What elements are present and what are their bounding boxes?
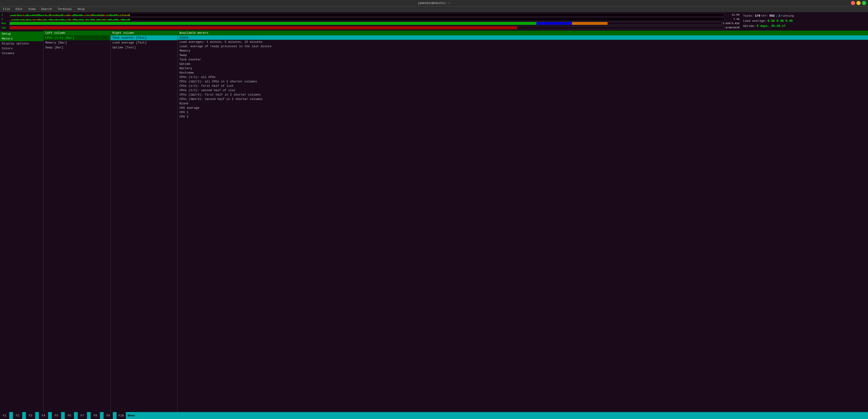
titlebar: jamesbin@ubuntu: ~ — [0, 0, 868, 6]
fkey-f9-num: F9 — [104, 412, 113, 419]
left-col-item-0[interactable]: CPUs (1/1) [Bar] — [43, 35, 110, 40]
fkey-f10-label: Done — [126, 414, 137, 417]
fkey-f7-num: F7 — [78, 412, 87, 419]
available-panel: Available meters Clock Load averages: 1 … — [178, 31, 868, 412]
avail-item-5[interactable]: Task counter — [178, 57, 868, 62]
nav-columns[interactable]: Columns — [0, 51, 43, 56]
bars-panel: 1 11.5% 2 7.4% Mem 2.82G/3.81G Swp — [0, 12, 741, 31]
avail-item-11[interactable]: CPUs (1/2): first half of list — [178, 84, 868, 88]
menu-help[interactable]: Help — [75, 6, 87, 12]
window-controls[interactable] — [851, 1, 866, 5]
menu-search[interactable]: Search — [38, 6, 55, 12]
setup-area: Setup Meters Display options Colors Colu… — [0, 31, 868, 412]
fkey-f1[interactable]: F1 — [0, 412, 13, 419]
fkey-f5-num: F5 — [52, 412, 61, 419]
menu-file[interactable]: File — [0, 6, 13, 12]
avail-item-17[interactable]: CPU 1 — [178, 110, 868, 115]
left-nav: Setup Meters Display options Colors Colu… — [0, 31, 43, 412]
cpu2-label: 2 — [1, 18, 9, 21]
stats-right: Tasks: 170 thr: 592 ; 2 running Load ave… — [741, 12, 868, 31]
fkey-f3[interactable]: F3 — [26, 412, 39, 419]
fkey-f9[interactable]: F9 — [104, 412, 117, 419]
stats-area: 1 11.5% 2 7.4% Mem 2.82G/3.81G Swp — [0, 12, 868, 31]
fkey-f2-num: F2 — [13, 412, 22, 419]
menu-view[interactable]: View — [26, 6, 38, 12]
avail-item-3[interactable]: Memory — [178, 49, 868, 53]
load-values: 0.38 0.48 0.45 — [767, 19, 793, 24]
left-col-item-1[interactable]: Memory [Bar] — [43, 40, 110, 45]
minimize-button[interactable] — [857, 1, 861, 5]
fkey-f8-num: F8 — [91, 412, 100, 419]
setup-header: Setup — [0, 31, 43, 36]
swap-label: Swp — [1, 26, 9, 29]
swap-bar-row: Swp 672M/947M — [1, 26, 739, 30]
avail-item-6[interactable]: Uptime — [178, 62, 868, 66]
fkey-f8[interactable]: F8 — [91, 412, 104, 419]
avail-item-14[interactable]: CPUs (3&4/4): second half in 2 shorter c… — [178, 97, 868, 101]
uptime-value: 5 days, 20:29:17 — [757, 24, 786, 29]
fkey-f4-num: F4 — [39, 412, 48, 419]
load-label: Load average: — [743, 19, 767, 24]
tasks-label: Tasks: — [743, 13, 754, 19]
fkey-f6[interactable]: F6 — [65, 412, 78, 419]
avail-item-12[interactable]: CPUs (2/2): second half of list — [178, 88, 868, 93]
avail-item-16[interactable]: CPU average — [178, 106, 868, 110]
cpu1-pct: 11.5% — [725, 13, 739, 16]
avail-item-13[interactable]: CPUs (1&2/4): first half in 2 shorter co… — [178, 93, 868, 97]
avail-item-8[interactable]: Hostname — [178, 70, 868, 75]
swap-bar — [9, 26, 725, 29]
cpu1-bar-row: 1 11.5% — [1, 13, 739, 17]
titlebar-title: jamesbin@ubuntu: ~ — [418, 1, 450, 5]
avail-item-2[interactable]: Load: average of ready processes in the … — [178, 44, 868, 49]
close-button[interactable] — [851, 1, 855, 5]
fkey-f4[interactable]: F4 — [39, 412, 52, 419]
menu-terminal[interactable]: Terminal — [55, 6, 74, 12]
fkey-f6-num: F6 — [65, 412, 74, 419]
nav-meters[interactable]: Meters — [0, 36, 43, 41]
mem-value: 2.82G/3.81G — [722, 22, 739, 25]
fkey-f7[interactable]: F7 — [78, 412, 91, 419]
uptime-line: Uptime: 5 days, 20:29:17 — [743, 24, 866, 29]
left-column-header: Left column — [43, 31, 110, 35]
fkey-f10[interactable]: F10 Done — [117, 412, 137, 419]
right-col-item-0[interactable]: Task counter [Text] — [111, 35, 177, 40]
nav-colors[interactable]: Colors — [0, 46, 43, 51]
avail-item-4[interactable]: Swap — [178, 53, 868, 57]
tasks-thr-label: thr: — [761, 13, 768, 19]
cpu1-label: 1 — [1, 13, 9, 16]
avail-item-0[interactable]: Clock — [178, 35, 868, 40]
swap-value: 672M/947M — [726, 26, 739, 29]
available-header: Available meters — [178, 31, 868, 35]
avail-item-1[interactable]: Load averages: 1 minute, 5 minutes, 15 m… — [178, 40, 868, 44]
uptime-label: Uptime: — [743, 24, 756, 29]
right-column-panel: Right column Task counter [Text] Load av… — [111, 31, 178, 412]
right-col-item-1[interactable]: Load average [Text] — [111, 40, 177, 45]
right-column-header: Right column — [111, 31, 177, 35]
left-col-item-2[interactable]: Swap [Bar] — [43, 45, 110, 50]
avail-item-9[interactable]: CPUs (1/1): all CPUs — [178, 75, 868, 79]
fkey-f2[interactable]: F2 — [13, 412, 26, 419]
running-label: ; — [776, 13, 778, 19]
menubar: File Edit View Search Terminal Help — [0, 6, 868, 12]
cpu2-pct: 7.4% — [725, 18, 739, 21]
avail-item-7[interactable]: Battery — [178, 66, 868, 70]
fkey-bar: F1 F2 F3 F4 F5 F6 F7 F8 F9 F10 Done — [0, 412, 868, 419]
left-column-panel: Left column CPUs (1/1) [Bar] Memory [Bar… — [43, 31, 111, 412]
tasks-total: 170 — [755, 13, 760, 19]
avail-item-15[interactable]: Blank — [178, 101, 868, 106]
menu-edit[interactable]: Edit — [13, 6, 26, 12]
cpu2-bar-row: 2 7.4% — [1, 17, 739, 21]
avail-item-18[interactable]: CPU 2 — [178, 115, 868, 119]
mem-bar-row: Mem 2.82G/3.81G — [1, 22, 739, 25]
fkey-f5[interactable]: F5 — [52, 412, 65, 419]
fkey-f3-num: F3 — [26, 412, 35, 419]
mem-bar — [9, 22, 722, 25]
columns-area: Left column CPUs (1/1) [Bar] Memory [Bar… — [43, 31, 868, 412]
nav-display-options[interactable]: Display options — [0, 41, 43, 46]
cpu2-bar — [9, 18, 724, 21]
right-col-item-2[interactable]: Uptime [Text] — [111, 45, 177, 50]
load-line: Load average: 0.38 0.48 0.45 — [743, 19, 866, 24]
avail-item-10[interactable]: CPUs (1&2/2): all CPUs in 2 shorter colu… — [178, 79, 868, 84]
tasks-running: 2 — [778, 13, 780, 19]
maximize-button[interactable] — [862, 1, 866, 5]
